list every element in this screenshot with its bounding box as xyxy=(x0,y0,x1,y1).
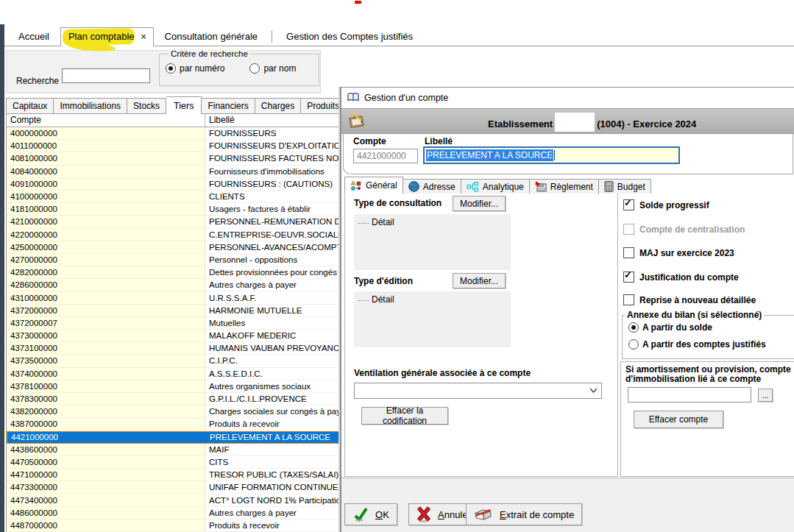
table-row[interactable]: 4081000000FOURNISSEURS FACTURES NON PA xyxy=(7,152,339,165)
dialog-tab-adresse[interactable]: Adresse xyxy=(403,179,461,194)
consultation-tree-item[interactable]: Détail xyxy=(372,217,394,227)
radio-label: par numéro xyxy=(180,63,224,74)
table-row[interactable]: 4372000000HARMONIE MUTUELLE xyxy=(7,305,339,317)
annexe-radio-a-partir-du-solde[interactable]: A partir du solde xyxy=(628,322,712,333)
checkbox-maj-sur-exercice-2023[interactable]: MAJ sur exercice 2023 xyxy=(623,247,734,258)
exercice-info: (1004) - Exercice 2024 xyxy=(597,118,696,130)
main-tab-plan-comptable[interactable]: Plan comptable× xyxy=(60,27,154,46)
type-edition-label: Type d'édition xyxy=(354,276,413,286)
table-row[interactable]: 4378300000G.P.I.L./C.I.L.PROVENCE xyxy=(7,393,339,405)
table-row[interactable]: 4378100000Autres organismes sociaux xyxy=(7,380,339,393)
type-consultation-label: Type de consultation xyxy=(354,198,442,208)
table-row[interactable]: 4270000000Personnel - oppositions xyxy=(7,254,339,266)
consultation-tree[interactable]: Détail xyxy=(354,214,511,270)
cell-libelle: A.S.S.E.D.I.C. xyxy=(205,368,339,380)
table-row[interactable]: 4372000007Mutuelles xyxy=(7,317,339,330)
table-row[interactable]: 4486000000Autres charges à payer xyxy=(7,507,339,519)
compte-field[interactable]: 4421000000 xyxy=(353,149,418,163)
cell-libelle: Charges sociales sur congés à payer xyxy=(205,405,339,418)
amortissement-label-line1: Si amortissement ou provision, compte xyxy=(625,364,791,375)
dialog-tab-reglement[interactable]: Règlement xyxy=(530,179,599,194)
ok-button[interactable]: OK xyxy=(344,503,397,525)
table-row[interactable]: 4471000000TRESOR PUBLIC (TAXES/SALAI) xyxy=(7,469,339,481)
column-header-compte[interactable]: Compte xyxy=(7,113,205,127)
table-row[interactable]: 4374000000A.S.S.E.D.I.C. xyxy=(7,368,339,380)
cell-libelle: Produits à recevoir xyxy=(205,519,339,532)
table-row[interactable]: 4373000000MALAKOFF MEDERIC xyxy=(7,330,339,342)
category-tab-financiers[interactable]: Financiers xyxy=(202,98,255,114)
table-row[interactable]: 4438600000MAIF xyxy=(7,444,339,456)
table-row[interactable]: 4373500000C.I.P.C. xyxy=(7,355,339,367)
table-row[interactable]: 4487000000Produits à recevoir xyxy=(7,519,339,532)
dialog-tab-general[interactable]: Général xyxy=(344,177,403,194)
dialog-tab-budget[interactable]: Budget xyxy=(599,179,651,194)
dialog-tab-analytique[interactable]: Analytique xyxy=(461,179,530,194)
tree-connector xyxy=(358,222,369,224)
table-row[interactable]: 4181000000Usagers - factures à établir xyxy=(7,203,339,216)
cell-compte: 4372000000 xyxy=(7,305,205,317)
criteria-groupbox: Critère de recherche par numéropar nom xyxy=(159,54,319,86)
cell-libelle: Autres charges à payer xyxy=(205,279,339,291)
table-row[interactable]: 4084000000Fournisseurs d'immobilisations xyxy=(7,166,339,178)
table-row[interactable]: 4470500000CITS xyxy=(7,456,339,469)
dialog-tab-strip: GénéralAdresseAnalytiqueRèglementBudget xyxy=(343,177,794,194)
column-header-libelle[interactable]: Libellé xyxy=(205,113,339,127)
category-tab-capitaux[interactable]: Capitaux xyxy=(6,98,54,114)
table-row[interactable]: 4310000000U.R.S.S.A.F. xyxy=(7,291,339,304)
checkbox-compte-de-centralisation[interactable]: Compte de centralisation xyxy=(623,224,745,235)
annexe-radio-a-partir-des-comptes-justifies[interactable]: A partir des comptes justifiés xyxy=(628,339,766,350)
table-row[interactable]: 4421000000PRELEVEMENT A LA SOURCE xyxy=(7,431,339,444)
table-row[interactable]: 4382000000Charges sociales sur congés à … xyxy=(7,405,339,418)
edition-tree[interactable]: Détail xyxy=(354,291,511,347)
table-row[interactable]: 4473300000UNIFAF FORMATION CONTINUE xyxy=(7,481,339,494)
main-tab-consultation-generale[interactable]: Consultation générale xyxy=(154,27,269,46)
criteria-options: par numéropar nom xyxy=(166,63,296,74)
main-tab-label: Plan comptable xyxy=(68,31,135,42)
main-tab-gestion-des-comptes-justifies[interactable]: Gestion des Comptes justifiés xyxy=(275,27,424,46)
table-row[interactable]: 4210000000PERSONNEL-REMUNERATION DUE xyxy=(7,216,339,228)
table-row[interactable]: 4091000000FOURNISSEURS : (CAUTIONS) xyxy=(7,178,339,191)
cell-compte: 4220000000 xyxy=(7,229,205,241)
libelle-field[interactable]: PRELEVEMENT A LA SOURCE xyxy=(423,146,680,164)
edition-tree-item[interactable]: Détail xyxy=(372,294,394,305)
criteria-radio-par-numero[interactable]: par numéro xyxy=(166,63,224,74)
radio-icon xyxy=(628,322,639,333)
dialog-titlebar[interactable]: Gestion d'un compte xyxy=(341,88,794,109)
browse-button[interactable]: ... xyxy=(758,389,773,402)
category-tab-charges[interactable]: Charges xyxy=(255,98,301,114)
search-input[interactable] xyxy=(62,68,150,83)
extrait-de-compte-button[interactable]: Extrait de compte xyxy=(466,503,582,525)
table-row[interactable]: 4220000000C.ENTREPRISE-OEUVR.SOCIALES xyxy=(7,229,339,241)
checkbox-solde-progressif[interactable]: Solde progressif xyxy=(623,199,709,210)
effacer-codification-button[interactable]: Effacer la codification xyxy=(361,407,448,425)
modifier-consultation-button[interactable]: Modifier... xyxy=(453,196,506,211)
effacer-compte-button[interactable]: Effacer compte xyxy=(634,411,723,428)
libelle-label: Libellé xyxy=(425,136,453,146)
table-row[interactable]: 4387000000Produits à recevoir xyxy=(7,418,339,430)
main-tab-accueil[interactable]: Accueil xyxy=(7,27,60,46)
radio-label: A partir des comptes justifiés xyxy=(642,339,766,350)
tab-close-icon[interactable]: × xyxy=(141,32,147,42)
radio-icon xyxy=(249,63,260,74)
ventilation-dropdown[interactable] xyxy=(354,383,602,399)
cell-libelle: Autres charges à payer xyxy=(205,507,339,519)
table-row[interactable]: 4100000000CLIENTS xyxy=(7,191,339,203)
table-row[interactable]: 4000000000FOURNISSEURS xyxy=(7,127,339,140)
category-tab-immobilisations[interactable]: Immobilisations xyxy=(54,98,127,114)
checkbox-reprise-a-nouveau-detaillee[interactable]: Reprise à nouveau détaillée xyxy=(623,294,756,305)
category-tab-tiers[interactable]: Tiers xyxy=(166,96,202,115)
modifier-edition-button[interactable]: Modifier... xyxy=(453,273,506,288)
table-row[interactable]: 4250000000PERSONNEL-AVANCES/ACOMPTES xyxy=(7,241,339,254)
cell-compte: 4372000007 xyxy=(7,317,205,330)
criteria-radio-par-nom[interactable]: par nom xyxy=(249,63,296,74)
table-row[interactable]: 4282000000Dettes provisionnées pour cong… xyxy=(7,266,339,279)
immobilisation-compte-input[interactable] xyxy=(628,387,751,402)
table-row[interactable]: 4373100000HUMANIS VAUBAN PREVOYANCE xyxy=(7,342,339,355)
checkbox-justification-du-compte[interactable]: Justification du compte xyxy=(623,272,739,283)
cell-libelle: CITS xyxy=(205,456,339,469)
table-row[interactable]: 4473400000ACT° LOGT NORD 1% Participatio… xyxy=(7,494,339,506)
table-row[interactable]: 4011000000FOURNISSEURS D'EXPLOITATION xyxy=(7,140,339,152)
types-panel: Type de consultation Modifier... Détail … xyxy=(344,194,618,477)
category-tab-stocks[interactable]: Stocks xyxy=(127,98,166,114)
table-row[interactable]: 4286000000Autres charges à payer xyxy=(7,279,339,291)
